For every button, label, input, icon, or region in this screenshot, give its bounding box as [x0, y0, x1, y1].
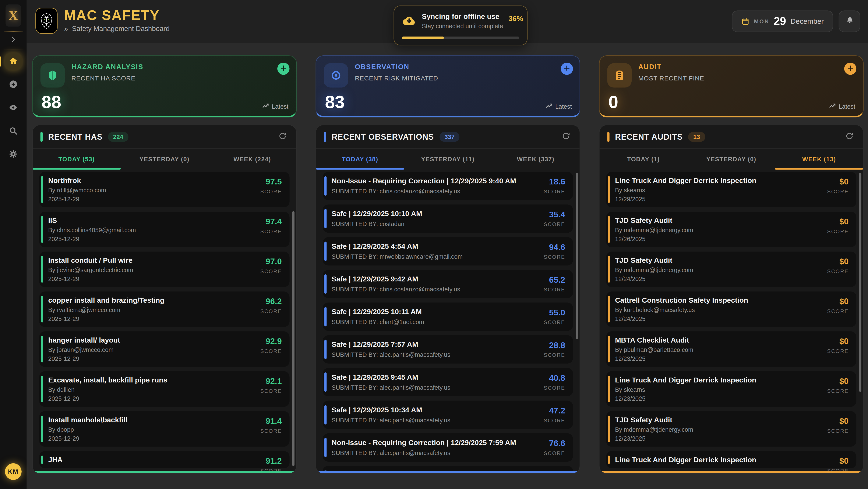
item-byline: SUBMITTED BY: chris.costanzo@macsafety.u… [332, 188, 565, 195]
list-item[interactable]: Safe | 12/29/2025 9:45 AM SUBMITTED BY: … [323, 368, 573, 396]
add-hazard-analysis-button[interactable] [277, 63, 289, 75]
list-item[interactable]: TJD Safety Audit By mdemma@tjdenergy.com… [606, 252, 856, 287]
list-item[interactable]: Safe | 12/29/2025 9:42 AM SUBMITTED BY: … [323, 270, 573, 298]
list-item[interactable]: Line Truck And Digger Derrick Inspection… [606, 451, 856, 468]
score-label: SCORE [827, 428, 848, 434]
item-byline: SUBMITTED BY: chart@1aei.com [332, 319, 565, 326]
tab-today[interactable]: TODAY (38) [316, 149, 404, 170]
list-item[interactable]: Line Truck And Digger Derrick Inspection… [606, 172, 856, 207]
refresh-icon [562, 132, 570, 142]
score-label: SCORE [827, 468, 848, 474]
card-subtitle: RECENT RISK MITIGATED [355, 75, 572, 81]
list-item[interactable]: Safe | 12/29/2025 7:57 AM SUBMITTED BY: … [323, 335, 573, 364]
sidebar-nav [0, 53, 27, 163]
list-item[interactable]: Safe | 12/29/2025 10:11 AM SUBMITTED BY:… [323, 303, 573, 331]
list-item[interactable]: IIS By chris.collins4059@gmail.com 2025-… [39, 211, 289, 247]
list-item[interactable]: Safe | 12/29/2025 4:54 AM SUBMITTED BY: … [323, 237, 573, 265]
list-item[interactable]: hanger install/ layout By jbraun@jwmcco.… [39, 331, 289, 367]
sidebar-item-add[interactable] [5, 77, 22, 93]
accent-bar [324, 132, 326, 142]
list-item[interactable]: copper install and brazing/Testing By rv… [39, 291, 289, 327]
sync-title: Syncing for offline use [422, 12, 503, 20]
tab-yesterday[interactable]: YESTERDAY (0) [687, 149, 775, 170]
user-avatar[interactable]: KM [5, 463, 22, 480]
sidebar-item-search[interactable] [5, 123, 22, 140]
sidebar-item-home[interactable] [5, 53, 22, 70]
score-value: 76.6 [544, 438, 565, 448]
tab-week[interactable]: WEEK (337) [492, 149, 580, 170]
refresh-button[interactable] [276, 131, 288, 143]
dog-logo[interactable] [35, 8, 58, 34]
scrollbar-thumb[interactable] [292, 211, 294, 466]
audit-card[interactable]: AUDIT MOST RECENT FINE 0 Latest [599, 55, 864, 117]
refresh-button[interactable] [843, 131, 855, 143]
sidebar-item-observations[interactable] [5, 100, 22, 116]
item-title: Excavate, install, backfill pipe runs [48, 376, 282, 384]
score-value: 97.5 [260, 177, 282, 186]
tab-week[interactable]: WEEK (13) [775, 149, 863, 170]
tab-week[interactable]: WEEK (224) [209, 149, 296, 170]
list-item[interactable]: Cattrell Construction Safety Inspection … [606, 291, 856, 327]
main-content: HAZARD ANALYSIS RECENT HA SCORE 88 Lates… [27, 43, 868, 489]
app-title: MAC SAFETY [64, 8, 169, 22]
list-item[interactable]: Northfrok By rdill@jwmcco.com 2025-12-29… [39, 172, 289, 207]
item-byline: By dpopp [48, 426, 282, 433]
list-item[interactable]: TJD Safety Audit By mdemma@tjdenergy.com… [606, 411, 856, 447]
list-item[interactable]: JHA 91.2 SCORE [39, 451, 289, 468]
item-score: 97.0 SCORE [260, 257, 282, 275]
item-title: Safe | 12/29/2025 9:45 AM [332, 373, 565, 381]
list-item[interactable]: Safe | 12/29/2025 10:10 AM SUBMITTED BY:… [323, 204, 573, 233]
scrollbar-thumb[interactable] [576, 173, 578, 339]
item-score: $0 SCORE [827, 337, 848, 354]
list-item[interactable]: Non-Issue - Requiring Correction | 12/29… [323, 433, 573, 462]
notifications-button[interactable] [839, 10, 860, 32]
item-title: TJD Safety Audit [615, 256, 849, 264]
list-item[interactable]: Line Truck And Digger Derrick Inspection… [606, 371, 856, 407]
item-title: Non-Issue - Requiring Correction | 12/29… [332, 177, 565, 185]
tab-today[interactable]: TODAY (1) [599, 149, 687, 170]
card-value: 88 [41, 92, 61, 113]
score-value: $0 [827, 177, 848, 186]
recent-has-panel: RECENT HAS 224 TODAY (53) YESTERDAY (0) … [32, 124, 297, 474]
scrollbar-thumb[interactable] [859, 173, 861, 392]
observation-card[interactable]: OBSERVATION RECENT RISK MITIGATED 83 Lat… [315, 55, 580, 117]
score-label: SCORE [260, 348, 282, 354]
hazard-analysis-card[interactable]: HAZARD ANALYSIS RECENT HA SCORE 88 Lates… [32, 55, 297, 117]
item-title: TJD Safety Audit [615, 216, 849, 224]
brand: MAC SAFETY » Safety Management Dashboard [35, 8, 169, 34]
item-byline: By chris.collins4059@gmail.com [48, 227, 282, 234]
sidebar-logo[interactable]: X [5, 4, 21, 27]
list-item[interactable] [323, 466, 573, 474]
refresh-button[interactable] [560, 131, 572, 143]
list-item[interactable]: TJD Safety Audit By mdemma@tjdenergy.com… [606, 211, 856, 247]
list-item[interactable]: MBTA Checklist Audit By pbulman@barletta… [606, 331, 856, 367]
add-audit-button[interactable] [844, 63, 856, 75]
item-date: 2025-12-29 [48, 395, 282, 402]
list-item[interactable]: Install manhole\backfill By dpopp 2025-1… [39, 411, 289, 447]
sidebar-item-settings[interactable] [5, 146, 22, 163]
summary-cards: HAZARD ANALYSIS RECENT HA SCORE 88 Lates… [32, 55, 864, 117]
tab-yesterday[interactable]: YESTERDAY (0) [120, 149, 208, 170]
sidebar-expand-button[interactable] [8, 34, 19, 46]
list-item[interactable]: Excavate, install, backfill pipe runs By… [39, 371, 289, 407]
score-label: SCORE [827, 308, 848, 314]
tab-yesterday[interactable]: YESTERDAY (11) [404, 149, 492, 170]
list-item[interactable]: Safe | 12/29/2025 10:34 AM SUBMITTED BY:… [323, 401, 573, 429]
list-item[interactable]: Non-Issue - Requiring Correction | 12/29… [323, 172, 573, 200]
score-value: 47.2 [544, 406, 565, 415]
item-date: 2025-12-29 [48, 276, 282, 283]
sync-notification[interactable]: Syncing for offline use Stay connected u… [394, 5, 527, 46]
item-date: 12/24/2025 [615, 315, 849, 323]
score-value: 97.4 [260, 217, 282, 226]
item-byline: SUBMITTED BY: alec.pantis@macsafety.us [332, 450, 565, 457]
list-item[interactable]: Install conduit / Pull wire By jlevine@s… [39, 252, 289, 287]
score-value: $0 [827, 296, 848, 306]
tab-today[interactable]: TODAY (53) [33, 149, 120, 170]
header: MAC SAFETY » Safety Management Dashboard… [27, 0, 868, 43]
add-observation-button[interactable] [561, 63, 573, 75]
item-byline: By jlevine@sargentelectric.com [48, 266, 282, 274]
item-byline: By rvaltierra@jwmcco.com [48, 307, 282, 314]
item-score: $0 SCORE [827, 177, 848, 195]
date-picker[interactable]: MON 29 December [732, 10, 833, 32]
score-value: 92.1 [260, 376, 282, 386]
